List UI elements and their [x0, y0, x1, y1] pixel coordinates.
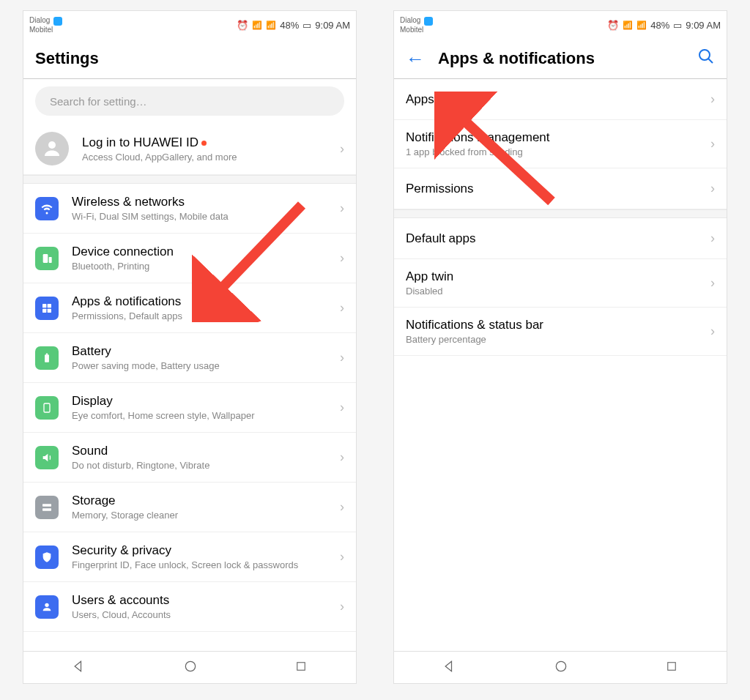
row-device-connection[interactable]: Device connection Bluetooth, Printing ›: [23, 234, 356, 283]
chevron-right-icon: ›: [710, 275, 715, 291]
nav-home-icon[interactable]: [183, 659, 198, 677]
nav-recent-icon[interactable]: [294, 660, 308, 676]
page-title: Apps & notifications: [438, 49, 595, 68]
chevron-right-icon: ›: [340, 350, 344, 365]
search-icon[interactable]: [697, 48, 715, 70]
row-sub: Fingerprint ID, Face unlock, Screen lock…: [72, 559, 340, 570]
back-arrow-icon[interactable]: ←: [406, 48, 425, 70]
svg-point-15: [185, 661, 195, 671]
svg-rect-22: [668, 662, 676, 670]
search-input[interactable]: Search for setting…: [35, 86, 344, 116]
row-sound[interactable]: Sound Do not disturb, Ringtone, Vibrate …: [23, 433, 356, 483]
nav-recent-icon[interactable]: [665, 660, 678, 676]
svg-rect-16: [297, 662, 305, 670]
section-divider: [23, 175, 356, 184]
notification-indicator-icon: [424, 17, 433, 26]
row-sub: Memory, Storage cleaner: [72, 510, 340, 521]
row-title: Notifications & status bar: [406, 318, 710, 332]
battery-icon: [35, 346, 59, 370]
signal-icon: 📶: [623, 21, 633, 30]
huawei-id-row[interactable]: Log in to HUAWEI ID Access Cloud, AppGal…: [23, 123, 356, 175]
chevron-right-icon: ›: [710, 231, 715, 246]
section-divider: [394, 209, 727, 218]
chevron-right-icon: ›: [340, 599, 344, 614]
carrier-1: Dialog: [29, 16, 50, 24]
row-apps-notifications[interactable]: Apps & notifications Permissions, Defaul…: [23, 283, 356, 333]
row-title: Apps: [406, 92, 710, 107]
row-users-accounts[interactable]: Users & accounts Users, Cloud, Accounts …: [23, 582, 356, 632]
page-title-bar: Settings: [23, 39, 356, 79]
row-permissions[interactable]: Permissions ›: [394, 168, 727, 209]
signal-icon-2: 📶: [636, 21, 647, 30]
clock-time: 9:09 AM: [315, 20, 350, 31]
wifi-icon: [35, 197, 59, 220]
users-icon: [35, 595, 59, 619]
nav-back-icon[interactable]: [442, 659, 457, 677]
row-sub: Bluetooth, Printing: [72, 261, 340, 272]
row-sub: Permissions, Default apps: [72, 310, 340, 321]
row-title: Security & privacy: [72, 543, 340, 558]
battery-icon: ▭: [302, 20, 311, 31]
row-default-apps[interactable]: Default apps ›: [394, 218, 727, 259]
battery-pct: 48%: [650, 20, 669, 31]
svg-rect-4: [48, 304, 51, 308]
row-title: Permissions: [406, 182, 710, 196]
row-wireless-networks[interactable]: Wireless & networks Wi-Fi, Dual SIM sett…: [23, 184, 356, 234]
row-title: Storage: [72, 494, 340, 508]
row-display[interactable]: Display Eye comfort, Home screen style, …: [23, 383, 356, 433]
notification-indicator-icon: [53, 17, 62, 26]
svg-rect-2: [49, 257, 52, 263]
chevron-right-icon: ›: [340, 201, 344, 216]
signal-icon-2: 📶: [266, 21, 276, 30]
row-security-privacy[interactable]: Security & privacy Fingerprint ID, Face …: [23, 532, 356, 582]
chevron-right-icon: ›: [710, 181, 715, 196]
row-apps[interactable]: Apps ›: [394, 79, 727, 120]
carrier-2: Mobitel: [400, 26, 433, 34]
row-title: Users & accounts: [72, 593, 340, 608]
row-sub: Eye comfort, Home screen style, Wallpape…: [72, 410, 340, 421]
huawei-id-sub: Access Cloud, AppGallery, and more: [82, 152, 340, 163]
row-title: Battery: [72, 344, 340, 359]
row-app-twin[interactable]: App twin Disabled ›: [394, 259, 727, 308]
nav-home-icon[interactable]: [554, 659, 568, 677]
nav-bar: [23, 651, 356, 683]
chevron-right-icon: ›: [340, 400, 344, 415]
row-storage[interactable]: Storage Memory, Storage cleaner ›: [23, 483, 356, 532]
clock-time: 9:09 AM: [686, 20, 721, 31]
svg-rect-9: [44, 403, 50, 412]
battery-icon: ▭: [673, 20, 682, 31]
status-bar: Dialog Mobitel ⏰ 📶 📶 48% ▭ 9:09 AM: [394, 11, 727, 39]
carrier-1: Dialog: [400, 16, 420, 24]
chevron-right-icon: ›: [710, 136, 715, 152]
row-title: Notifications management: [406, 130, 710, 145]
display-icon: [35, 396, 59, 420]
status-bar: Dialog Mobitel ⏰ 📶 📶 48% ▭ 9:09 AM: [23, 11, 356, 39]
apps-list-group-1: Apps › Notifications management 1 app bl…: [394, 79, 727, 209]
row-title: Display: [72, 394, 340, 409]
row-notifications-status-bar[interactable]: Notifications & status bar Battery perce…: [394, 308, 727, 356]
svg-rect-1: [43, 254, 48, 263]
row-sub: Wi-Fi, Dual SIM settings, Mobile data: [72, 211, 340, 222]
svg-point-12: [45, 603, 48, 606]
row-sub: Battery percentage: [406, 334, 710, 345]
svg-point-17: [699, 50, 710, 60]
row-battery[interactable]: Battery Power saving mode, Battery usage…: [23, 333, 356, 383]
svg-line-18: [708, 59, 713, 63]
alarm-icon: ⏰: [607, 20, 619, 31]
row-sub: Users, Cloud, Accounts: [72, 609, 340, 620]
sound-icon: [35, 446, 59, 469]
huawei-id-title: Log in to HUAWEI ID: [82, 135, 198, 149]
svg-rect-7: [45, 354, 49, 362]
chevron-right-icon: ›: [340, 141, 344, 157]
svg-point-0: [48, 141, 56, 149]
row-sub: 1 app blocked from sending: [406, 146, 710, 157]
svg-rect-8: [46, 353, 48, 354]
nav-bar: [394, 651, 727, 683]
alarm-icon: ⏰: [237, 20, 248, 31]
search-placeholder: Search for setting…: [50, 95, 147, 108]
nav-back-icon[interactable]: [72, 659, 86, 677]
row-notifications-management[interactable]: Notifications management 1 app blocked f…: [394, 120, 727, 168]
shield-icon: [35, 546, 59, 569]
row-title: App twin: [406, 269, 710, 284]
row-title: Wireless & networks: [72, 195, 340, 209]
